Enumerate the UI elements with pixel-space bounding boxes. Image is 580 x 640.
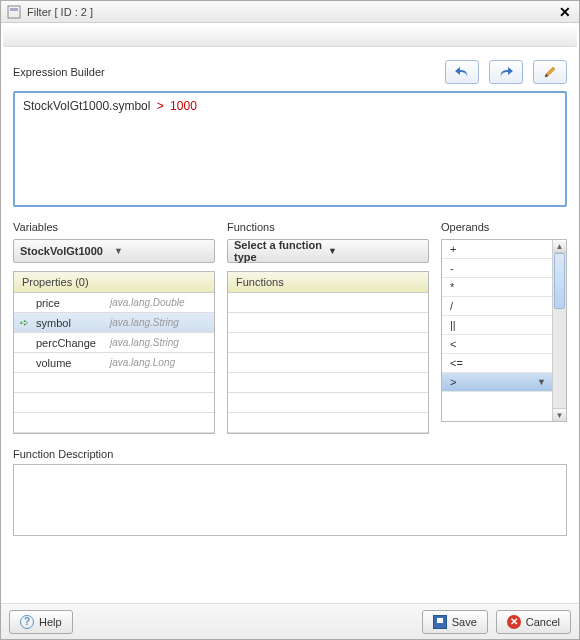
- save-button-label: Save: [452, 616, 477, 628]
- property-name: symbol: [36, 317, 110, 329]
- property-name: volume: [36, 357, 110, 369]
- edit-button[interactable]: [533, 60, 567, 84]
- function-description-box: [13, 464, 567, 536]
- redo-button[interactable]: [489, 60, 523, 84]
- properties-grid: Properties (0) pricejava.lang.Double➪sym…: [13, 271, 215, 434]
- scroll-down-icon[interactable]: ▼: [553, 408, 566, 421]
- dialog-body: Expression Builder StockVolGt1000.symbol…: [1, 47, 579, 603]
- expression-input[interactable]: StockVolGt1000.symbol > 1000: [13, 91, 567, 207]
- property-row[interactable]: ➪symboljava.lang.String: [14, 313, 214, 333]
- chevron-down-icon: ▼: [328, 246, 422, 256]
- expression-lhs: StockVolGt1000.symbol: [23, 99, 150, 113]
- titlebar: Filter [ ID : 2 ] ✕: [1, 1, 579, 23]
- row-arrow-icon: ➪: [20, 317, 36, 328]
- scroll-thumb[interactable]: [554, 253, 565, 309]
- window-title: Filter [ ID : 2 ]: [27, 6, 557, 18]
- property-type: java.lang.Long: [110, 357, 175, 368]
- function-row-empty: [228, 293, 428, 313]
- cancel-button-label: Cancel: [526, 616, 560, 628]
- function-row-empty: [228, 373, 428, 393]
- operand-row[interactable]: *: [442, 278, 552, 297]
- operand-row[interactable]: -: [442, 259, 552, 278]
- expression-toolbar: Expression Builder: [13, 57, 567, 87]
- undo-icon: [454, 65, 470, 79]
- property-row-empty: [14, 413, 214, 433]
- svg-rect-0: [8, 6, 20, 18]
- filter-dialog: Filter [ ID : 2 ] ✕ Expression Builder S…: [0, 0, 580, 640]
- save-icon: [433, 615, 447, 629]
- cancel-button[interactable]: ✕ Cancel: [496, 610, 571, 634]
- operands-scrollbar[interactable]: ▲ ▼: [552, 240, 566, 421]
- function-row-empty: [228, 393, 428, 413]
- scroll-up-icon[interactable]: ▲: [553, 240, 566, 253]
- operand-row[interactable]: <: [442, 335, 552, 354]
- help-button[interactable]: ? Help: [9, 610, 73, 634]
- operand-row[interactable]: <=: [442, 354, 552, 373]
- property-name: percChange: [36, 337, 110, 349]
- help-icon: ?: [20, 615, 34, 629]
- property-type: java.lang.Double: [110, 297, 185, 308]
- property-type: java.lang.String: [110, 337, 179, 348]
- function-row-empty: [228, 333, 428, 353]
- function-row-empty: [228, 353, 428, 373]
- toolbar-strip: [3, 27, 577, 47]
- functions-label: Functions: [227, 221, 429, 233]
- property-row[interactable]: percChangejava.lang.String: [14, 333, 214, 353]
- window-icon: [7, 5, 21, 19]
- operand-row[interactable]: /: [442, 297, 552, 316]
- save-button[interactable]: Save: [422, 610, 488, 634]
- functions-column: Functions Select a function type ▼ Funct…: [227, 221, 429, 434]
- svg-rect-1: [10, 8, 18, 11]
- functions-grid: Functions: [227, 271, 429, 434]
- variables-column: Variables StockVolGt1000 ▼ Properties (0…: [13, 221, 215, 434]
- variables-dropdown-value: StockVolGt1000: [20, 245, 114, 257]
- operand-row[interactable]: >: [442, 373, 552, 392]
- property-name: price: [36, 297, 110, 309]
- undo-button[interactable]: [445, 60, 479, 84]
- redo-icon: [498, 65, 514, 79]
- property-row[interactable]: pricejava.lang.Double: [14, 293, 214, 313]
- function-description-label: Function Description: [13, 448, 567, 460]
- functions-dropdown[interactable]: Select a function type ▼: [227, 239, 429, 263]
- functions-dropdown-placeholder: Select a function type: [234, 239, 328, 263]
- variables-dropdown[interactable]: StockVolGt1000 ▼: [13, 239, 215, 263]
- function-row-empty: [228, 313, 428, 333]
- operands-label: Operands: [441, 221, 567, 233]
- chevron-down-icon: ▼: [114, 246, 208, 256]
- pencil-icon: [543, 65, 557, 79]
- property-row-empty: [14, 373, 214, 393]
- functions-grid-header: Functions: [228, 272, 428, 293]
- cancel-icon: ✕: [507, 615, 521, 629]
- operand-row[interactable]: +: [442, 240, 552, 259]
- property-row[interactable]: volumejava.lang.Long: [14, 353, 214, 373]
- variables-label: Variables: [13, 221, 215, 233]
- operands-column: Operands +-*/||<<=> ▲ ▼: [441, 221, 567, 434]
- help-button-label: Help: [39, 616, 62, 628]
- operands-list: +-*/||<<=> ▲ ▼: [441, 239, 567, 422]
- close-icon[interactable]: ✕: [557, 4, 573, 20]
- property-row-empty: [14, 393, 214, 413]
- builder-columns: Variables StockVolGt1000 ▼ Properties (0…: [13, 221, 567, 434]
- expression-operator: >: [157, 99, 164, 113]
- footer: ? Help Save ✕ Cancel: [1, 603, 579, 639]
- expression-builder-label: Expression Builder: [13, 66, 435, 78]
- properties-grid-header: Properties (0): [14, 272, 214, 293]
- expression-rhs: 1000: [170, 99, 197, 113]
- function-row-empty: [228, 413, 428, 433]
- operand-row[interactable]: ||: [442, 316, 552, 335]
- property-type: java.lang.String: [110, 317, 179, 328]
